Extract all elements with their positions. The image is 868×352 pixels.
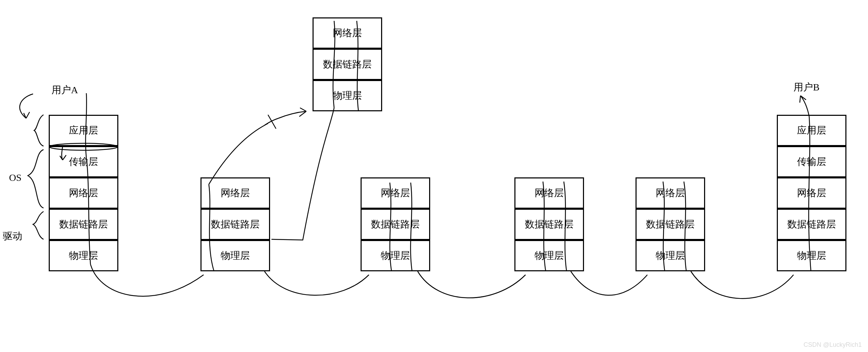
user-a-app-layer: 应用层 — [49, 115, 118, 146]
router3-network-layer: 网络层 — [514, 177, 584, 209]
router3-datalink-layer: 数据链路层 — [514, 209, 584, 240]
os-label: OS — [9, 172, 22, 183]
user-b-network-layer: 网络层 — [777, 177, 846, 209]
router-top-network-layer: 网络层 — [313, 17, 382, 49]
router4-physical-layer: 物理层 — [636, 240, 705, 271]
router4-network-layer: 网络层 — [636, 177, 705, 209]
router1-network-layer: 网络层 — [200, 177, 270, 209]
router2-network-layer: 网络层 — [361, 177, 430, 209]
user-a-label: 用户A — [52, 83, 78, 97]
user-a-datalink-layer: 数据链路层 — [49, 209, 118, 240]
user-a-transport-layer: 传输层 — [49, 146, 118, 177]
router-top-datalink-layer: 数据链路层 — [313, 49, 382, 80]
router4-datalink-layer: 数据链路层 — [636, 209, 705, 240]
router2-physical-layer: 物理层 — [361, 240, 430, 271]
driver-label: 驱动 — [3, 230, 22, 243]
user-b-label: 用户B — [794, 81, 820, 94]
watermark: CSDN @LuckyRich1 — [804, 341, 862, 349]
router2-datalink-layer: 数据链路层 — [361, 209, 430, 240]
user-b-physical-layer: 物理层 — [777, 240, 846, 271]
user-b-datalink-layer: 数据链路层 — [777, 209, 846, 240]
connection-lines — [0, 0, 868, 352]
user-b-transport-layer: 传输层 — [777, 146, 846, 177]
user-a-physical-layer: 物理层 — [49, 240, 118, 271]
user-b-app-layer: 应用层 — [777, 115, 846, 146]
router3-physical-layer: 物理层 — [514, 240, 584, 271]
router1-datalink-layer: 数据链路层 — [200, 209, 270, 240]
user-a-network-layer: 网络层 — [49, 177, 118, 209]
router-top-physical-layer: 物理层 — [313, 80, 382, 111]
router1-physical-layer: 物理层 — [200, 240, 270, 271]
